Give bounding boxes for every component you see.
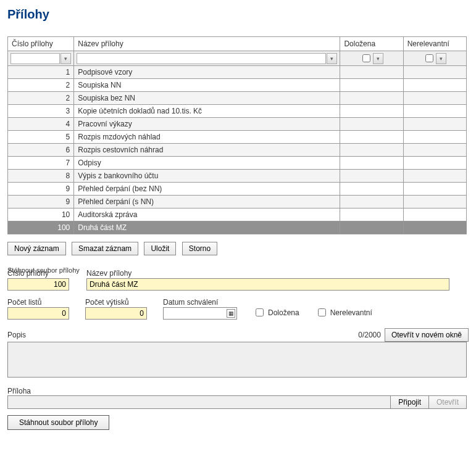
download-attachment-button[interactable]: Stáhnout soubor přílohy xyxy=(7,415,109,430)
open-new-window-button[interactable]: Otevřít v novém okně xyxy=(385,328,469,342)
cell-dolozena xyxy=(340,79,403,92)
cell-number: 7 xyxy=(8,157,74,170)
col-header-number[interactable]: Číslo přílohy xyxy=(8,37,74,51)
popis-char-count: 0/2000 xyxy=(358,331,381,339)
nazev-input[interactable] xyxy=(86,278,449,291)
nerelevantni-label: Nerelevantní xyxy=(330,308,372,317)
cell-name: Výpis z bankovního účtu xyxy=(74,170,340,183)
table-row[interactable]: 6Rozpis cestovních náhrad xyxy=(8,144,467,157)
table-row[interactable]: 10Auditorská zpráva xyxy=(8,208,467,221)
attach-button[interactable]: Připojit xyxy=(390,396,428,408)
table-row[interactable]: 9Přehled čerpání (bez NN) xyxy=(8,183,467,196)
cell-number: 2 xyxy=(8,92,74,105)
cell-dolozena xyxy=(340,183,403,196)
cislo-input[interactable] xyxy=(7,278,69,291)
cell-dolozena xyxy=(340,66,403,79)
page-title: Přílohy xyxy=(7,7,469,22)
col-header-nerelevantni[interactable]: Nerelevantní xyxy=(403,37,466,51)
nerelevantni-checkbox[interactable] xyxy=(318,308,326,316)
cell-number: 1 xyxy=(8,66,74,79)
priloha-file-name xyxy=(8,396,390,408)
cell-dolozena xyxy=(340,105,403,118)
cell-name: Přehled čerpání (bez NN) xyxy=(74,183,340,196)
cell-dolozena xyxy=(340,221,403,234)
cell-number: 4 xyxy=(8,118,74,131)
calendar-icon[interactable]: ▦ xyxy=(227,309,235,318)
popis-textarea[interactable] xyxy=(7,342,467,378)
cell-nerelevantni xyxy=(403,221,466,234)
cell-nerelevantni xyxy=(403,170,466,183)
cell-name: Odpisy xyxy=(74,157,340,170)
cell-name: Podpisové vzory xyxy=(74,66,340,79)
table-row[interactable]: 2Soupiska bez NN xyxy=(8,92,467,105)
filter-icon[interactable]: ▾ xyxy=(327,53,337,64)
pocet-listu-input[interactable] xyxy=(7,307,69,320)
priloha-label: Příloha xyxy=(7,387,31,395)
cell-nerelevantni xyxy=(403,105,466,118)
open-button: Otevřít xyxy=(428,396,466,408)
table-row[interactable]: 8Výpis z bankovního účtu xyxy=(8,170,467,183)
cell-dolozena xyxy=(340,196,403,208)
cell-nerelevantni xyxy=(403,144,466,157)
cell-number: 6 xyxy=(8,144,74,157)
popis-label: Popis xyxy=(7,331,26,339)
cell-nerelevantni xyxy=(403,118,466,131)
cell-name: Soupiska bez NN xyxy=(74,92,340,105)
new-record-button[interactable]: Nový záznam xyxy=(7,242,66,255)
cell-dolozena xyxy=(340,144,403,157)
table-row[interactable]: 2Soupiska NN xyxy=(8,79,467,92)
dolozena-checkbox[interactable] xyxy=(256,308,264,316)
table-row[interactable]: 1Podpisové vzory xyxy=(8,66,467,79)
save-button[interactable]: Uložit xyxy=(144,242,176,255)
cell-number: 3 xyxy=(8,105,74,118)
pocet-listu-label: Počet listů xyxy=(7,298,69,307)
cell-number: 9 xyxy=(8,183,74,196)
cell-name: Pracovní výkazy xyxy=(74,118,340,131)
cell-name: Rozpis cestovních náhrad xyxy=(74,144,340,157)
cell-nerelevantni xyxy=(403,79,466,92)
cell-nerelevantni xyxy=(403,131,466,144)
filter-icon[interactable]: ▾ xyxy=(373,53,383,64)
filter-name-input[interactable] xyxy=(77,53,326,64)
cell-name: Rozpis mzdových náhlad xyxy=(74,131,340,144)
cell-name: Auditorská zpráva xyxy=(74,208,340,221)
cell-number: 5 xyxy=(8,131,74,144)
dolozena-label: Doložena xyxy=(268,308,299,317)
attachments-table: Číslo přílohy Název přílohy Doložena Ner… xyxy=(7,36,467,234)
pocet-vytisku-label: Počet výtisků xyxy=(85,298,147,307)
cell-number: 2 xyxy=(8,79,74,92)
filter-dolozena-checkbox[interactable] xyxy=(362,54,370,62)
cell-nerelevantni xyxy=(403,92,466,105)
table-row[interactable]: 3Kopie účetních dokladů nad 10.tis. Kč xyxy=(8,105,467,118)
table-row[interactable]: 100Druhá část MZ xyxy=(8,221,467,234)
cell-nerelevantni xyxy=(403,66,466,79)
cell-number: 9 xyxy=(8,196,74,208)
filter-icon[interactable]: ▾ xyxy=(436,53,446,64)
table-row[interactable]: 9Přehled čerpání (s NN) xyxy=(8,196,467,208)
cislo-label: Číslo přílohy xyxy=(7,269,69,278)
action-buttons: Nový záznam Smazat záznam Uložit Storno xyxy=(7,242,469,255)
datum-input[interactable] xyxy=(163,307,237,320)
cell-name: Přehled čerpání (s NN) xyxy=(74,196,340,208)
filter-number-input[interactable] xyxy=(10,53,60,64)
cell-nerelevantni xyxy=(403,196,466,208)
datum-label: Datum schválení xyxy=(163,298,237,307)
cell-dolozena xyxy=(340,92,403,105)
delete-record-button[interactable]: Smazat záznam xyxy=(72,242,138,255)
table-row[interactable]: 4Pracovní výkazy xyxy=(8,118,467,131)
cell-number: 100 xyxy=(8,221,74,234)
filter-icon[interactable]: ▾ xyxy=(61,53,71,64)
cell-nerelevantni xyxy=(403,157,466,170)
filter-nerelevantni-checkbox[interactable] xyxy=(425,54,433,62)
nazev-label: Název přílohy xyxy=(86,269,449,278)
table-row[interactable]: 7Odpisy xyxy=(8,157,467,170)
cancel-button[interactable]: Storno xyxy=(182,242,217,255)
cell-dolozena xyxy=(340,118,403,131)
cell-dolozena xyxy=(340,157,403,170)
col-header-dolozena[interactable]: Doložena xyxy=(340,37,403,51)
cell-dolozena xyxy=(340,131,403,144)
col-header-name[interactable]: Název přílohy xyxy=(74,37,340,51)
pocet-vytisku-input[interactable] xyxy=(85,307,147,320)
table-row[interactable]: 5Rozpis mzdových náhlad xyxy=(8,131,467,144)
cell-name: Kopie účetních dokladů nad 10.tis. Kč xyxy=(74,105,340,118)
